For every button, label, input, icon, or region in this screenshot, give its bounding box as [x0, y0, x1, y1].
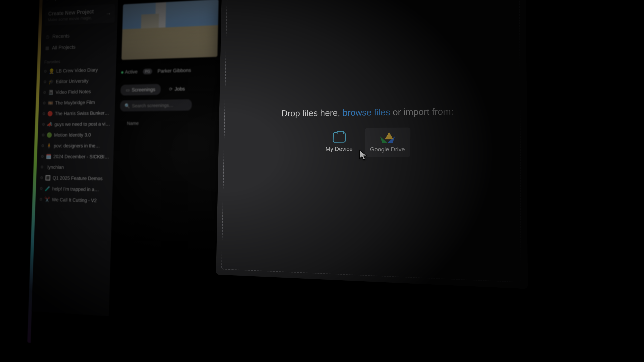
gear-icon: ⚙ — [39, 197, 42, 202]
favorite-label: LB Crew Video Diary — [56, 67, 98, 74]
favorite-emoji: 📣 — [47, 121, 53, 127]
favorite-label: The Harris Swiss Bunker… — [55, 110, 109, 116]
owner-avatar[interactable]: PG — [143, 68, 152, 74]
grid-icon: ▦ — [45, 45, 50, 51]
gear-icon: ⚙ — [40, 165, 44, 170]
sidebar-favorite-item[interactable]: ⚙🎓Editor University — [42, 75, 113, 87]
favorite-emoji: ✂️ — [44, 196, 50, 202]
gear-icon: ⚙ — [40, 186, 43, 191]
search-placeholder: Search screenings… — [132, 102, 174, 108]
favorite-label: Video Field Notes — [56, 89, 91, 95]
sidebar-item-label: All Projects — [52, 44, 76, 51]
favorite-emoji: 🔳 — [45, 175, 51, 181]
project-thumbnail[interactable] — [122, 0, 218, 60]
arrow-right-icon: → — [106, 10, 111, 17]
sidebar-favorite-item[interactable]: ⚙🧪help! I'm trapped in a… — [38, 183, 110, 195]
sidebar-favorite-item[interactable]: ⚙✂️We Call It Cutting - V2 — [38, 194, 109, 206]
app-title: Sequence — [46, 0, 73, 2]
favorite-label: 2024 December - SICKBIRD … — [53, 154, 110, 160]
sidebar: Sequence ⌄ 🔔 Create New Project Make som… — [32, 0, 118, 316]
upload-modal: ✕ Drop files here, browse files or impor… — [216, 0, 528, 289]
browse-files-link[interactable]: browse files — [343, 107, 390, 117]
status-badge: Active — [121, 69, 138, 75]
gear-icon: ⚙ — [43, 79, 46, 84]
sidebar-favorite-item[interactable]: ⚙👷LB Crew Video Diary — [43, 64, 113, 77]
favorite-label: Editor University — [56, 78, 88, 84]
sidebar-favorite-item[interactable]: ⚙🔴The Harris Swiss Bunker… — [41, 107, 112, 119]
favorite-emoji: 🗓️ — [46, 153, 52, 159]
favorite-label: pov: designers in the… — [54, 143, 100, 148]
tab-jobs[interactable]: ⟳ Jobs — [164, 83, 190, 95]
search-icon: 🔍 — [124, 103, 130, 109]
dropzone-text: Drop files here, browse files or import … — [282, 106, 454, 118]
gear-icon: ⚙ — [44, 69, 47, 73]
favorite-label: Motion Identity 3.0 — [54, 132, 91, 138]
sidebar-item-label: Recents — [52, 33, 70, 39]
clock-icon: ◷ — [45, 34, 50, 39]
favorite-label: help! I'm trapped in a… — [52, 186, 99, 192]
tab-label: Screenings — [132, 86, 156, 93]
sidebar-favorite-item[interactable]: ⚙🟢Motion Identity 3.0 — [40, 129, 111, 140]
import-source-label: Google Drive — [370, 146, 405, 153]
sidebar-favorite-item[interactable]: ⚙🎞️The Muybridge Film — [42, 96, 112, 108]
favorite-label: guys we need to post a video — [54, 121, 111, 127]
gear-icon: ⚙ — [41, 143, 44, 148]
import-my-device-button[interactable]: My Device — [320, 128, 358, 157]
file-dropzone[interactable]: Drop files here, browse files or import … — [221, 0, 521, 283]
gear-icon: ⚙ — [42, 133, 45, 137]
gear-icon: ⚙ — [42, 111, 46, 116]
gear-icon: ⚙ — [41, 154, 44, 159]
column-header-name: Name — [127, 120, 139, 126]
tab-label: Jobs — [174, 86, 185, 92]
favorite-label: Q1 2025 Feature Demos — [52, 175, 103, 181]
favorite-emoji: 📓 — [48, 89, 54, 95]
google-drive-icon — [381, 132, 394, 143]
favorite-emoji: 🧍 — [46, 143, 52, 149]
import-source-label: My Device — [326, 145, 353, 152]
favorite-label: lynchian — [47, 164, 64, 170]
import-google-drive-button[interactable]: Google Drive — [364, 127, 410, 157]
favorite-emoji: 👷 — [49, 68, 54, 74]
favorite-emoji: 🎞️ — [48, 100, 53, 106]
tab-screenings[interactable]: ▭ Screenings — [120, 84, 161, 96]
sidebar-favorite-item[interactable]: ⚙lynchian — [40, 162, 110, 173]
sidebar-favorite-item[interactable]: ⚙🧍pov: designers in the… — [40, 140, 111, 151]
favorite-label: The Muybridge Film — [55, 99, 95, 106]
gear-icon: ⚙ — [42, 122, 45, 127]
search-input[interactable]: 🔍 Search screenings… — [120, 99, 192, 112]
favorites-label: Favorites — [44, 57, 113, 64]
gear-icon: ⚙ — [43, 90, 46, 95]
favorite-emoji: 🔴 — [47, 111, 53, 116]
sidebar-favorite-item[interactable]: ⚙🗓️2024 December - SICKBIRD … — [40, 151, 111, 162]
sidebar-favorite-item[interactable]: ⚙📣guys we need to post a video — [41, 118, 112, 130]
favorite-label: We Call It Cutting - V2 — [52, 197, 97, 203]
gear-icon: ⚙ — [40, 175, 43, 180]
gear-icon: ⚙ — [42, 101, 46, 105]
sidebar-favorite-item[interactable]: ⚙🔳Q1 2025 Feature Demos — [39, 172, 110, 184]
project-owner: Parker Gibbons — [158, 67, 191, 74]
sidebar-favorite-item[interactable]: ⚙📓Video Field Notes — [42, 86, 113, 98]
favorite-emoji: 🧪 — [44, 186, 50, 192]
folder-icon — [332, 132, 346, 142]
favorite-emoji: 🎓 — [48, 79, 54, 85]
jobs-icon: ⟳ — [169, 86, 172, 92]
screenings-icon: ▭ — [126, 87, 130, 93]
create-project-button[interactable]: Create New Project Make some movie magic… — [44, 4, 115, 26]
favorite-emoji: 🟢 — [46, 132, 52, 138]
